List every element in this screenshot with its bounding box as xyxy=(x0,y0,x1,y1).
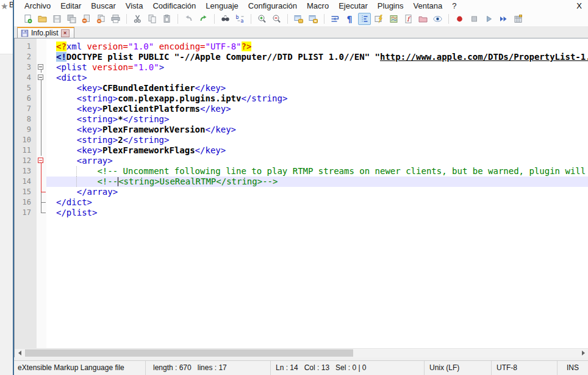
toolbar-separator xyxy=(214,14,215,24)
zoom-out-button[interactable] xyxy=(270,13,283,25)
menu-item-macro[interactable]: Macro xyxy=(302,1,334,11)
window-close-button[interactable]: X xyxy=(570,1,588,10)
find-button[interactable] xyxy=(219,13,232,25)
indent-guide-button[interactable] xyxy=(358,13,371,25)
code-line-1[interactable]: 1<?xml version="1.0" encoding="UTF-8"?> xyxy=(15,42,588,52)
sync-horizontal-scroll-button[interactable] xyxy=(307,13,320,25)
print-button[interactable] xyxy=(109,13,122,25)
menu-item-vista[interactable]: Vista xyxy=(121,1,148,11)
menu-item-configuracin[interactable]: Configuración xyxy=(243,1,302,11)
menu-item-lenguaje[interactable]: Lenguaje xyxy=(201,1,243,11)
menu-item-ventana[interactable]: Ventana xyxy=(408,1,447,11)
zoom-in-button[interactable] xyxy=(256,13,268,25)
notepad-plus-plus-window: ArchivoEditarBuscarVistaCodificaciónLeng… xyxy=(13,0,588,375)
redo-button[interactable] xyxy=(197,13,210,25)
status-eol-format[interactable]: Unix (LF) xyxy=(424,361,491,375)
macro-record-button[interactable] xyxy=(453,13,466,25)
macro-stop-button[interactable] xyxy=(468,13,481,25)
editor[interactable]: 1<?xml version="1.0" encoding="UTF-8"?>2… xyxy=(14,38,588,357)
save-button[interactable] xyxy=(51,13,63,25)
toolbar-separator xyxy=(251,14,251,24)
save-all-button[interactable] xyxy=(65,13,78,25)
word-wrap-button[interactable] xyxy=(329,13,342,25)
code-line-13[interactable]: 13 <!-- Uncomment following line to play… xyxy=(15,166,588,177)
status-cursor-position: Ln : 14 Col : 13 Sel : 0 | 0 xyxy=(270,361,424,375)
code-text: <!DOCTYPE plist PUBLIC "-//Apple Compute… xyxy=(46,52,588,62)
replace-button[interactable]: ba xyxy=(234,13,246,25)
sync-vertical-scroll-button[interactable] xyxy=(292,13,305,25)
status-insert-mode[interactable]: INS xyxy=(557,361,588,375)
code-text: <array> xyxy=(46,156,588,166)
document-monitor-button[interactable] xyxy=(431,13,444,25)
macro-save-button[interactable] xyxy=(512,13,525,25)
menu-item-archivo[interactable]: Archivo xyxy=(20,1,56,11)
code-text: <plist version="1.0"> xyxy=(46,62,588,73)
code-line-4[interactable]: 4<dict> xyxy=(15,73,588,83)
menu-item-codificacin[interactable]: Codificación xyxy=(148,1,201,11)
code-line-8[interactable]: 8 <string>*</string> xyxy=(15,114,588,125)
line-number: 11 xyxy=(15,145,37,156)
fold-margin xyxy=(37,52,46,62)
fold-collapse-marker[interactable] xyxy=(37,62,46,73)
code-line-10[interactable]: 10 <string>2</string> xyxy=(15,135,588,145)
macro-run-multiple-button[interactable] xyxy=(497,13,510,25)
code-text: <dict> xyxy=(46,73,588,83)
code-line-3[interactable]: 3<plist version="1.0"> xyxy=(15,62,588,73)
macro-play-button[interactable] xyxy=(482,13,495,25)
open-file-button[interactable] xyxy=(36,13,49,25)
line-number: 10 xyxy=(15,135,37,145)
tab-info-plist[interactable]: Info.plist × xyxy=(17,27,74,38)
show-all-characters-button[interactable]: ¶ xyxy=(343,13,356,25)
code-line-15[interactable]: 15 </array> xyxy=(15,187,588,197)
menu-item-buscar[interactable]: Buscar xyxy=(86,1,120,11)
fold-margin xyxy=(37,42,46,52)
scroll-left-arrow-icon[interactable] xyxy=(15,349,24,357)
new-file-button[interactable] xyxy=(21,13,34,25)
close-all-button[interactable] xyxy=(95,13,107,25)
status-encoding[interactable]: UTF-8 xyxy=(491,361,557,375)
code-line-14[interactable]: 14 <!--<string>UseRealRTMP</string>--> xyxy=(15,177,588,187)
status-doc-type: eXtensible Markup Language file xyxy=(14,361,145,375)
menu-item-plugins[interactable]: Plugins xyxy=(373,1,409,11)
document-map-button[interactable] xyxy=(387,13,400,25)
code-line-11[interactable]: 11 <key>PlexFrameworkFlags</key> xyxy=(15,145,588,156)
code-text: <string>2</string> xyxy=(46,135,588,145)
code-text: <key>PlexFrameworkFlags</key> xyxy=(46,145,588,156)
code-line-7[interactable]: 7 <key>PlexClientPlatforms</key> xyxy=(15,104,588,114)
function-completion-button[interactable] xyxy=(373,13,385,25)
menu-item-ejecutar[interactable]: Ejecutar xyxy=(334,1,373,11)
paste-button[interactable] xyxy=(160,13,173,25)
code-line-17[interactable]: 17</plist> xyxy=(15,208,588,218)
code-line-16[interactable]: 16</dict> xyxy=(15,197,588,208)
code-line-6[interactable]: 6 <string>com.plexapp.plugins.iptv</stri… xyxy=(15,93,588,104)
horizontal-scrollbar[interactable] xyxy=(15,348,588,357)
copy-button[interactable] xyxy=(146,13,159,25)
bookmark-star-icon[interactable]: ★ xyxy=(1,2,9,10)
code-line-9[interactable]: 9 <key>PlexFrameworkVersion</key> xyxy=(15,125,588,135)
code-line-12[interactable]: 12 <array> xyxy=(15,156,588,166)
tab-bar: Info.plist × xyxy=(14,26,588,38)
fold-collapse-marker[interactable] xyxy=(37,156,46,166)
line-number: 2 xyxy=(15,52,37,62)
code-text: <!-- Uncomment following line to play RT… xyxy=(46,166,588,177)
scroll-right-arrow-icon[interactable] xyxy=(578,349,588,357)
code-line-2[interactable]: 2<!DOCTYPE plist PUBLIC "-//Apple Comput… xyxy=(15,52,588,62)
fold-collapse-marker[interactable] xyxy=(37,73,46,83)
close-button[interactable] xyxy=(80,13,93,25)
code-text: <key>PlexFrameworkVersion</key> xyxy=(46,125,588,135)
menu-item-editar[interactable]: Editar xyxy=(56,1,86,11)
folder-as-workspace-button[interactable] xyxy=(417,13,429,25)
tab-close-icon[interactable]: × xyxy=(61,29,70,37)
menu-item-help[interactable]: ? xyxy=(447,1,461,11)
cut-button[interactable] xyxy=(131,13,144,25)
fold-margin xyxy=(37,187,46,197)
fold-margin xyxy=(37,93,46,104)
fold-margin xyxy=(37,177,46,187)
status-length-lines: length : 670 lines : 17 xyxy=(145,361,270,375)
fold-margin xyxy=(37,114,46,125)
horizontal-scrollbar-thumb[interactable] xyxy=(25,349,353,357)
function-list-button[interactable]: f xyxy=(402,13,415,25)
code-line-5[interactable]: 5 <key>CFBundleIdentifier</key> xyxy=(15,83,588,93)
undo-button[interactable] xyxy=(182,13,195,25)
editor-empty-area[interactable] xyxy=(15,218,588,348)
